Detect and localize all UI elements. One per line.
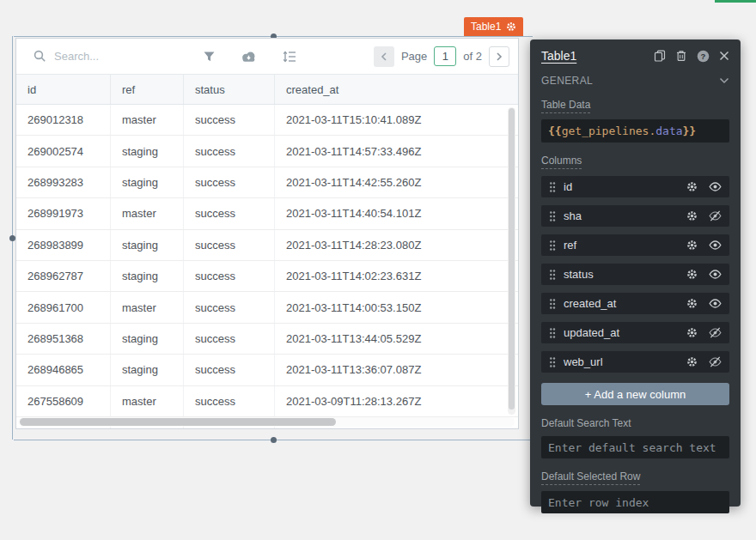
section-general[interactable]: GENERAL bbox=[541, 75, 729, 87]
code-open-brace: {{ bbox=[548, 124, 562, 137]
property-pane: Table1 ? GENERAL bbox=[530, 39, 741, 507]
gear-icon[interactable] bbox=[686, 240, 698, 251]
vertical-scrollbar-thumb[interactable] bbox=[509, 108, 515, 410]
table-cell: 2021-03-11T14:40:54.101Z bbox=[275, 198, 518, 228]
table-cell: 2021-03-11T14:42:55.260Z bbox=[275, 167, 518, 197]
panel-column-name: id bbox=[564, 180, 572, 193]
gear-icon[interactable] bbox=[506, 21, 516, 32]
horizontal-scrollbar-thumb[interactable] bbox=[20, 418, 336, 426]
eye-off-icon[interactable] bbox=[709, 326, 722, 339]
table-row[interactable]: 268991973mastersuccess2021-03-11T14:40:5… bbox=[16, 198, 518, 229]
table-cell: 2021-03-09T11:28:13.267Z bbox=[275, 386, 518, 416]
resize-handle-bottom[interactable] bbox=[271, 437, 277, 443]
resize-handle-left[interactable] bbox=[9, 235, 15, 241]
gear-icon[interactable] bbox=[686, 269, 698, 280]
table-row[interactable]: 268993283stagingsuccess2021-03-11T14:42:… bbox=[16, 167, 518, 198]
column-header[interactable]: id bbox=[16, 75, 111, 104]
table-row[interactable]: 268962787stagingsuccess2021-03-11T14:02:… bbox=[16, 261, 518, 292]
table-data-input[interactable]: {{get_pipelines.data}} bbox=[541, 119, 729, 143]
table-cell: 269012318 bbox=[16, 105, 111, 135]
delete-widget-icon[interactable] bbox=[675, 50, 687, 62]
eye-off-icon[interactable] bbox=[709, 355, 722, 368]
filter-icon[interactable] bbox=[204, 52, 215, 62]
table-cell: staging bbox=[111, 230, 184, 260]
panel-column-item[interactable]: created_at bbox=[541, 293, 729, 314]
horizontal-scrollbar[interactable] bbox=[18, 417, 515, 427]
column-header[interactable]: created_at bbox=[275, 75, 518, 104]
table-row[interactable]: 268983899stagingsuccess2021-03-11T14:28:… bbox=[16, 230, 518, 261]
prev-page-button[interactable] bbox=[374, 46, 394, 67]
panel-column-item[interactable]: web_url bbox=[541, 351, 729, 373]
table-row[interactable]: 268961700mastersuccess2021-03-11T14:00:5… bbox=[16, 292, 518, 323]
table-row[interactable]: 267558609mastersuccess2021-03-09T11:28:1… bbox=[16, 386, 518, 417]
next-page-button[interactable] bbox=[489, 46, 509, 67]
widget-name-tag[interactable]: Table1 bbox=[464, 17, 523, 36]
search-icon bbox=[34, 50, 46, 63]
help-icon[interactable]: ? bbox=[697, 50, 710, 63]
table-cell: staging bbox=[111, 355, 184, 385]
table-cell: success bbox=[184, 292, 275, 322]
table-cell: 2021-03-11T14:00:53.150Z bbox=[275, 292, 518, 322]
table-cell: success bbox=[184, 198, 275, 228]
table-search[interactable] bbox=[34, 50, 180, 63]
gear-icon[interactable] bbox=[686, 356, 698, 367]
table-cell: success bbox=[184, 230, 275, 260]
close-icon[interactable] bbox=[719, 51, 729, 61]
table-cell: 268993283 bbox=[16, 167, 111, 197]
panel-column-item[interactable]: updated_at bbox=[541, 322, 729, 343]
column-header[interactable]: ref bbox=[111, 75, 184, 104]
gear-icon[interactable] bbox=[686, 210, 698, 221]
panel-column-item[interactable]: sha bbox=[541, 205, 729, 227]
chevron-down-icon bbox=[719, 77, 729, 84]
table-row[interactable]: 268951368stagingsuccess2021-03-11T13:44:… bbox=[16, 324, 518, 355]
drag-handle-icon[interactable] bbox=[549, 356, 556, 368]
table-row[interactable]: 269002574stagingsuccess2021-03-11T14:57:… bbox=[16, 136, 518, 167]
drag-handle-icon[interactable] bbox=[549, 327, 556, 339]
eye-icon[interactable] bbox=[709, 239, 722, 252]
table-row[interactable]: 269012318mastersuccess2021-03-11T15:10:4… bbox=[16, 105, 518, 136]
vertical-scrollbar[interactable] bbox=[508, 107, 515, 415]
drag-handle-icon[interactable] bbox=[549, 210, 556, 222]
eye-off-icon[interactable] bbox=[709, 209, 722, 222]
table-cell: success bbox=[184, 386, 275, 416]
eye-icon[interactable] bbox=[709, 297, 722, 310]
panel-column-item[interactable]: status bbox=[541, 264, 729, 285]
table-cell: success bbox=[184, 261, 275, 291]
table-widget: Page of 2 idrefstatuscreated_at 26901231… bbox=[15, 38, 519, 429]
default-selected-row-label: Default Selected Row bbox=[541, 470, 640, 485]
table-cell: success bbox=[184, 167, 275, 197]
panel-column-item[interactable]: ref bbox=[541, 234, 729, 256]
row-height-icon[interactable] bbox=[283, 51, 296, 63]
panel-column-item[interactable]: id bbox=[541, 176, 729, 197]
page-number-input[interactable] bbox=[434, 46, 456, 66]
drag-handle-icon[interactable] bbox=[549, 269, 556, 281]
gear-icon[interactable] bbox=[686, 181, 698, 192]
table-header-row: idrefstatuscreated_at bbox=[16, 75, 518, 105]
download-icon[interactable] bbox=[241, 51, 257, 63]
widget-title[interactable]: Table1 bbox=[541, 49, 576, 63]
table-cell: staging bbox=[111, 136, 184, 166]
eye-icon[interactable] bbox=[709, 268, 722, 281]
section-general-label: GENERAL bbox=[541, 75, 593, 87]
column-header[interactable]: status bbox=[184, 75, 275, 104]
drag-handle-icon[interactable] bbox=[549, 240, 556, 252]
table-cell: success bbox=[184, 355, 275, 385]
eye-icon[interactable] bbox=[709, 180, 722, 193]
panel-columns-list: idsharefstatuscreated_atupdated_atweb_ur… bbox=[541, 176, 729, 373]
table-cell: 2021-03-11T14:02:23.631Z bbox=[275, 261, 518, 291]
add-new-column-button[interactable]: + Add a new column bbox=[541, 383, 729, 405]
table-row[interactable]: 268946865stagingsuccess2021-03-11T13:36:… bbox=[16, 355, 518, 385]
search-input[interactable] bbox=[54, 50, 157, 63]
table-cell: 268946865 bbox=[16, 355, 111, 385]
page-count-label: of 2 bbox=[463, 50, 482, 63]
default-search-text-input[interactable] bbox=[541, 436, 729, 458]
table-cell: 268983899 bbox=[16, 230, 111, 260]
copy-widget-icon[interactable] bbox=[654, 50, 666, 62]
drag-handle-icon[interactable] bbox=[549, 181, 556, 193]
top-right-green-bar bbox=[715, 0, 756, 3]
drag-handle-icon[interactable] bbox=[549, 298, 556, 310]
gear-icon[interactable] bbox=[686, 298, 698, 309]
gear-icon[interactable] bbox=[686, 327, 698, 338]
panel-column-name: updated_at bbox=[564, 326, 619, 339]
default-selected-row-input[interactable] bbox=[541, 491, 729, 513]
